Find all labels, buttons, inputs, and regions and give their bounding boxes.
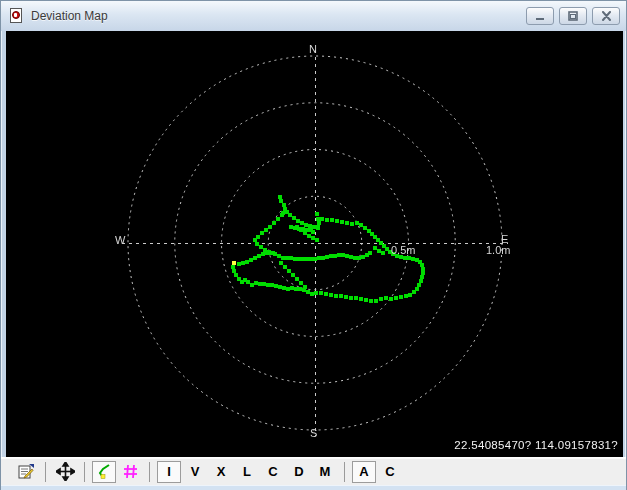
close-icon [601, 11, 612, 21]
deviation-plot[interactable]: N S W E 0.5m 1.0m 22.54085470? 114.09157… [6, 31, 623, 457]
mode-button-A[interactable]: A [352, 461, 376, 483]
window-bottom-edge [1, 485, 626, 490]
bottom-toolbar: IVXLCDM AC [1, 457, 626, 485]
scale-button-M[interactable]: M [313, 461, 337, 483]
grid-toggle-button[interactable] [118, 461, 142, 483]
toolbar-separator [344, 462, 345, 482]
minimize-icon [534, 12, 546, 21]
deviation-plot-canvas[interactable] [6, 31, 623, 457]
scale-button-X[interactable]: X [209, 461, 233, 483]
toolbar-separator [84, 462, 85, 482]
properties-button[interactable] [14, 461, 38, 483]
mode-button-C[interactable]: C [378, 461, 402, 483]
scale-button-group: IVXLCDM [156, 461, 338, 483]
pan-arrows-icon [56, 462, 75, 481]
pan-button[interactable] [53, 461, 77, 483]
window-title: Deviation Map [31, 9, 108, 23]
trail-toggle-button[interactable] [92, 461, 116, 483]
maximize-icon [567, 11, 579, 21]
properties-icon [17, 463, 35, 480]
trail-icon [96, 463, 113, 480]
scale-button-C[interactable]: C [261, 461, 285, 483]
mode-button-group: AC [351, 461, 403, 483]
maximize-button[interactable] [559, 7, 587, 25]
deviation-map-window: Deviation Map N S W [0, 0, 627, 490]
scale-button-D[interactable]: D [287, 461, 311, 483]
minimize-button[interactable] [526, 7, 554, 25]
close-button[interactable] [592, 7, 620, 25]
titlebar[interactable]: Deviation Map [1, 1, 626, 31]
scale-button-I[interactable]: I [157, 461, 181, 483]
app-icon [9, 8, 25, 24]
toolbar-separator [149, 462, 150, 482]
scale-button-V[interactable]: V [183, 461, 207, 483]
toolbar-separator [45, 462, 46, 482]
scale-button-L[interactable]: L [235, 461, 259, 483]
grid-icon [122, 463, 139, 480]
